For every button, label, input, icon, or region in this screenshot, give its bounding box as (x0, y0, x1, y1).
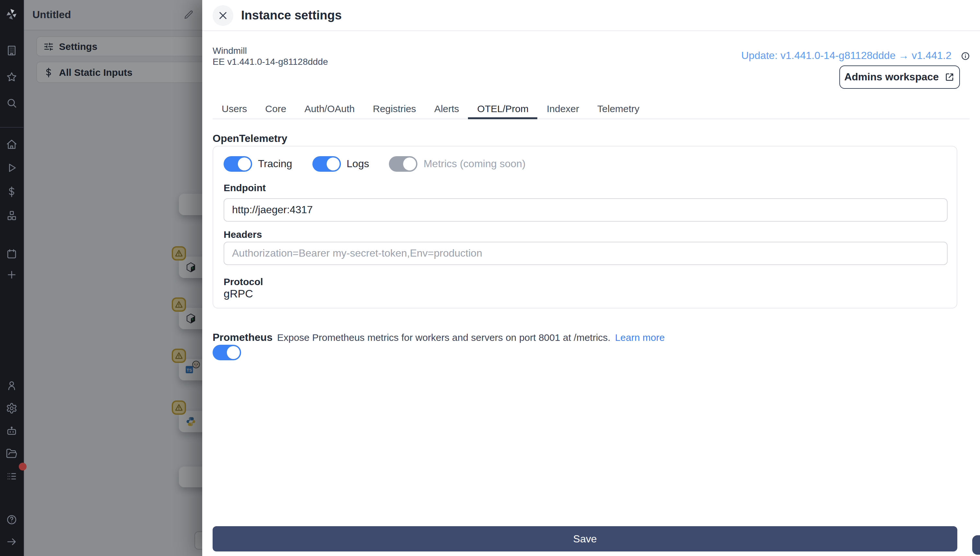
headers-input[interactable] (223, 242, 948, 265)
runs-list-icon (6, 470, 18, 482)
robot-icon (6, 425, 18, 437)
otel-toggles-row: Tracing Logs Metrics (coming soon) (223, 156, 526, 172)
protocol-label: Protocol (223, 276, 263, 287)
tab-indexer[interactable]: Indexer (538, 99, 588, 119)
sidebar-item-favorites[interactable] (0, 68, 23, 86)
plus-icon (6, 269, 18, 281)
sidebar (0, 0, 24, 556)
learn-more-link[interactable]: Learn more (615, 332, 665, 343)
opentelemetry-heading: OpenTelemetry (213, 133, 288, 144)
drawer-title: Instance settings (241, 8, 341, 23)
dollar-icon (6, 186, 18, 198)
tracing-toggle[interactable] (223, 156, 252, 172)
sidebar-item-schedules[interactable] (0, 245, 23, 263)
sidebar-item-expand[interactable] (0, 533, 23, 551)
gear-icon (6, 402, 18, 414)
sidebar-divider (0, 127, 23, 128)
drawer-header: Instance settings (202, 0, 980, 31)
user-icon (6, 380, 18, 391)
modal-backdrop[interactable] (23, 0, 202, 556)
toggle-knob (403, 157, 416, 170)
metrics-label: Metrics (coming soon) (424, 158, 526, 170)
logs-toggle-group: Logs (312, 156, 369, 172)
tab-users[interactable]: Users (213, 99, 256, 119)
sidebar-item-runs[interactable] (0, 159, 23, 177)
tab-registries[interactable]: Registries (364, 99, 425, 119)
star-icon (6, 71, 18, 83)
toggle-knob (327, 157, 340, 170)
tracing-toggle-group: Tracing (223, 156, 292, 172)
close-button[interactable] (213, 5, 233, 26)
save-button[interactable]: Save (213, 526, 957, 551)
close-icon (218, 10, 228, 20)
sidebar-item-workers[interactable] (0, 422, 23, 440)
admins-workspace-label: Admins workspace (844, 71, 939, 83)
play-icon (6, 162, 18, 174)
version-text: EE v1.441.0-14-g81128ddde (213, 57, 328, 67)
info-icon (961, 51, 970, 61)
sidebar-item-variables[interactable] (0, 183, 23, 201)
calendar-icon (6, 248, 18, 260)
opentelemetry-card: Tracing Logs Metrics (coming soon) Endpo… (213, 146, 957, 309)
prometheus-title: Prometheus (213, 332, 273, 343)
tab-alerts[interactable]: Alerts (425, 99, 468, 119)
toggle-knob (238, 157, 251, 170)
tab-otel-prom[interactable]: OTEL/Prom (468, 99, 538, 119)
metrics-toggle[interactable] (389, 156, 418, 172)
version-block: Windmill EE v1.441.0-14-g81128ddde (213, 45, 328, 67)
app-name: Windmill (213, 45, 328, 57)
prometheus-description: Expose Prometheus metrics for workers an… (277, 332, 611, 343)
sidebar-item-home[interactable] (0, 136, 23, 154)
tab-auth-oauth[interactable]: Auth/OAuth (295, 99, 364, 119)
building-icon (6, 45, 18, 57)
folder-open-icon (6, 448, 18, 459)
settings-tabs: Users Core Auth/OAuth Registries Alerts … (213, 99, 970, 119)
logs-toggle[interactable] (312, 156, 341, 172)
sidebar-item-search[interactable] (0, 94, 23, 112)
prometheus-toggle[interactable] (213, 345, 241, 360)
prometheus-header-row: Prometheus Expose Prometheus metrics for… (213, 332, 665, 343)
logs-label: Logs (347, 158, 369, 170)
endpoint-input[interactable] (223, 198, 948, 221)
windmill-logo-icon (5, 7, 19, 21)
boxes-icon (6, 210, 18, 221)
clipped-button-fragment (972, 535, 980, 555)
sidebar-item-help[interactable] (0, 511, 23, 529)
windmill-logo[interactable] (0, 5, 23, 23)
notification-dot (19, 463, 27, 470)
home-icon (6, 139, 18, 150)
tracing-label: Tracing (258, 158, 292, 170)
headers-label: Headers (223, 229, 262, 240)
protocol-value: gRPC (223, 288, 253, 301)
sidebar-item-workspace[interactable] (0, 42, 23, 60)
sidebar-item-folders[interactable] (0, 444, 23, 463)
external-link-icon (945, 72, 955, 82)
app-root: Untitled Settings All Static Inputs Trig… (0, 0, 980, 556)
help-icon (6, 514, 18, 525)
metrics-toggle-group: Metrics (coming soon) (389, 156, 526, 172)
info-button[interactable] (961, 51, 970, 63)
search-icon (6, 97, 18, 109)
endpoint-label: Endpoint (223, 182, 266, 193)
sidebar-item-resources[interactable] (0, 207, 23, 225)
arrow-right-icon (6, 536, 18, 548)
update-link[interactable]: Update: v1.441.0-14-g81128ddde → v1.441.… (741, 50, 951, 61)
tab-core[interactable]: Core (256, 99, 295, 119)
toggle-knob (227, 346, 240, 359)
sidebar-item-settings[interactable] (0, 399, 23, 417)
admins-workspace-button[interactable]: Admins workspace (839, 65, 960, 89)
tab-telemetry[interactable]: Telemetry (588, 99, 648, 119)
sidebar-item-account[interactable] (0, 377, 23, 394)
sidebar-item-audit-logs[interactable] (0, 467, 23, 485)
sidebar-item-add[interactable] (0, 266, 23, 284)
instance-settings-drawer: Instance settings Windmill EE v1.441.0-1… (202, 0, 980, 556)
